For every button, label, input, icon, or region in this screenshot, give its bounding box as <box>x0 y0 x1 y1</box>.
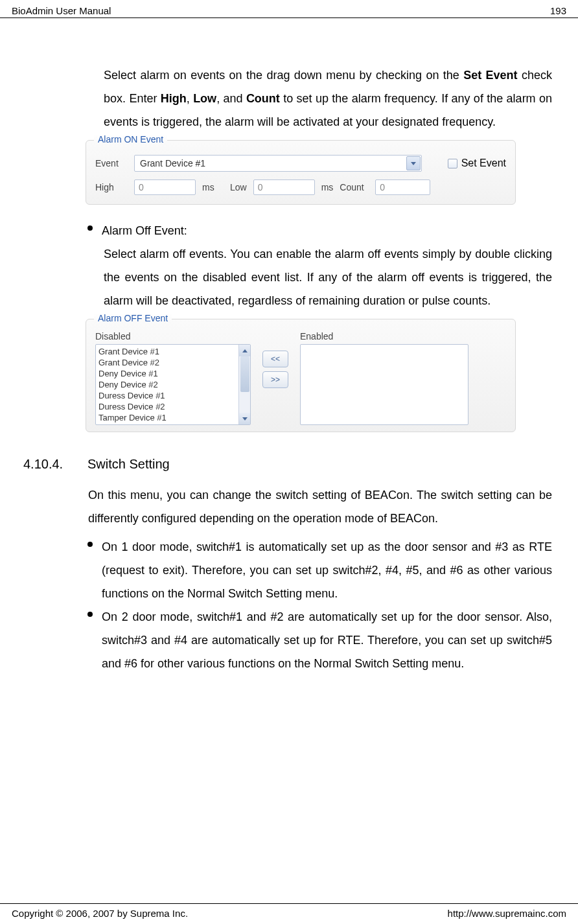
scroll-up-button[interactable] <box>239 345 251 356</box>
disabled-header: Disabled <box>95 331 251 341</box>
low-label: Low <box>221 182 247 192</box>
disabled-listbox[interactable]: Grant Device #1 Grant Device #2 Deny Dev… <box>95 344 251 425</box>
transfer-buttons: << >> <box>262 351 288 388</box>
event-dropdown[interactable]: Grant Device #1 <box>134 155 422 172</box>
list-item[interactable]: Deny Device #2 <box>98 379 248 390</box>
section-heading: 4.10.4. Switch Setting <box>19 457 559 472</box>
scroll-thumb[interactable] <box>240 356 249 392</box>
set-event-checkbox[interactable] <box>448 159 457 168</box>
alarm-off-legend: Alarm OFF Event <box>94 313 172 323</box>
list-item[interactable]: Grant Device #1 <box>98 346 248 357</box>
footer-url: http://www.supremainc.com <box>448 908 566 919</box>
section-number: 4.10.4. <box>19 457 87 472</box>
event-dropdown-value: Grant Device #1 <box>140 158 205 168</box>
header-title: BioAdmin User Manual <box>12 5 111 16</box>
chevron-up-icon <box>242 349 248 352</box>
alarm-off-title: Alarm Off Event: <box>102 219 552 242</box>
high-input[interactable]: 0 <box>134 179 196 195</box>
switch-bullet-2-text: On 2 door mode, switch#1 and #2 are auto… <box>102 605 552 675</box>
dropdown-arrow-button[interactable] <box>406 156 421 170</box>
scroll-down-button[interactable] <box>239 413 251 424</box>
set-event-label: Set Event <box>461 157 506 169</box>
count-label: Count <box>340 182 369 192</box>
switch-bullet-1: On 1 door mode, switch#1 is automaticall… <box>87 535 552 605</box>
enabled-listbox[interactable] <box>300 344 468 425</box>
list-item[interactable]: Deny Device #1 <box>98 368 248 379</box>
intro-paragraph: Select alarm on events on the drag down … <box>104 64 552 133</box>
page-content: Select alarm on events on the drag down … <box>0 64 578 675</box>
alarm-on-event-panel: Alarm ON Event Event Grant Device #1 Set… <box>86 140 516 205</box>
alarm-off-event-panel: Alarm OFF Event Disabled Grant Device #1… <box>86 319 516 432</box>
alarm-off-bullet: Alarm Off Event: <box>87 219 552 242</box>
low-unit: ms <box>321 182 334 192</box>
high-label: High <box>95 182 128 192</box>
alarm-on-legend: Alarm ON Event <box>94 134 167 144</box>
section-paragraph: On this menu, you can change the switch … <box>88 483 552 530</box>
page-footer: Copyright © 2006, 2007 by Suprema Inc. h… <box>0 903 578 919</box>
event-row: Event Grant Device #1 Set Event <box>95 155 506 172</box>
footer-copyright: Copyright © 2006, 2007 by Suprema Inc. <box>12 908 188 919</box>
scrollbar[interactable] <box>238 345 250 424</box>
list-item[interactable]: Duress Device #2 <box>98 401 248 412</box>
bullet-icon <box>87 612 93 617</box>
section-title: Switch Setting <box>87 457 170 472</box>
enabled-header: Enabled <box>300 331 468 341</box>
list-item[interactable]: Duress Device #1 <box>98 390 248 401</box>
move-left-button[interactable]: << <box>262 351 288 367</box>
set-event-checkbox-group[interactable]: Set Event <box>448 157 506 169</box>
count-input[interactable]: 0 <box>375 179 430 195</box>
header-page-number: 193 <box>550 5 566 16</box>
move-right-button[interactable]: >> <box>262 371 288 388</box>
alarm-off-body: Select alarm off events. You can enable … <box>104 242 552 312</box>
disabled-column: Disabled Grant Device #1 Grant Device #2… <box>95 331 251 425</box>
bullet-icon <box>87 225 93 231</box>
event-label: Event <box>95 158 128 168</box>
enabled-column: Enabled <box>300 331 468 425</box>
page-header: BioAdmin User Manual 193 <box>0 0 578 18</box>
high-unit: ms <box>202 182 214 192</box>
list-item[interactable]: Grant Device #2 <box>98 357 248 368</box>
switch-bullet-2: On 2 door mode, switch#1 and #2 are auto… <box>87 605 552 675</box>
frequency-row: High 0 ms Low 0 ms Count 0 <box>95 179 506 195</box>
bullet-icon <box>87 542 93 547</box>
low-input[interactable]: 0 <box>253 179 315 195</box>
switch-bullet-1-text: On 1 door mode, switch#1 is automaticall… <box>102 535 552 605</box>
chevron-down-icon <box>242 417 248 421</box>
chevron-down-icon <box>411 162 416 165</box>
list-item[interactable]: Tamper Device #1 <box>98 412 248 423</box>
